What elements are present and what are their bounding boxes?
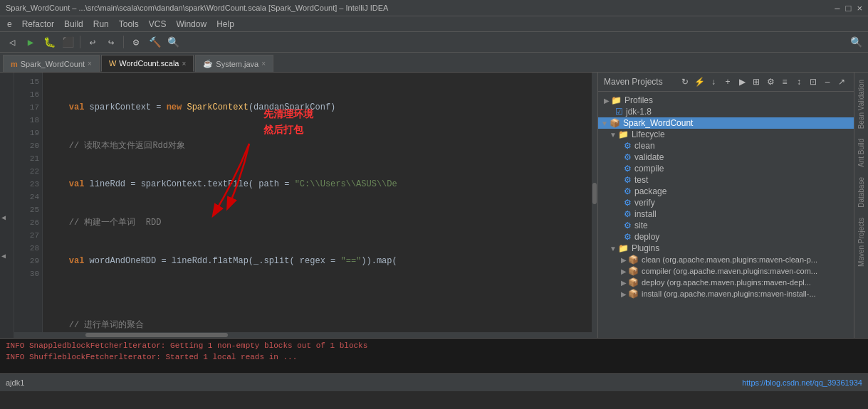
menu-build[interactable]: Build (60, 18, 88, 31)
maven-settings[interactable]: ⚙ (764, 75, 777, 88)
maven-sort[interactable]: ↕ (793, 75, 805, 88)
menu-refactor[interactable]: Refactor (18, 18, 58, 31)
minimize-btn[interactable]: – (835, 3, 840, 14)
toolbar-back[interactable]: ◁ (4, 34, 20, 50)
code-line-21: // 进行单词的聚合 (48, 319, 592, 331)
install-label: install (634, 209, 657, 219)
maven-collapse[interactable]: ⊡ (807, 75, 820, 88)
menu-tools[interactable]: Tools (115, 18, 143, 31)
maven-execute[interactable]: ▶ (736, 75, 748, 88)
tree-plugin-deploy[interactable]: ▶ 📦 deploy (org.apache.maven.plugins:mav… (598, 277, 854, 288)
tab-close-spark[interactable]: × (88, 60, 92, 68)
plugin-install-arrow: ▶ (621, 290, 627, 298)
tree-validate[interactable]: ⚙ validate (598, 152, 854, 163)
tree-site[interactable]: ⚙ site (598, 220, 854, 231)
tree-test[interactable]: ⚙ test (598, 174, 854, 186)
code-line-17: val lineRdd = sparkContext.textFile( pat… (48, 178, 592, 191)
tree-package[interactable]: ⚙ package (598, 186, 854, 197)
lifecycle-icon: 📁 (618, 129, 629, 139)
menu-help[interactable]: Help (212, 18, 239, 31)
plugin-install-icon: 📦 (628, 289, 639, 299)
plugin-clean-arrow: ▶ (621, 256, 627, 264)
right-tab-ant-build[interactable]: Ant Build (856, 134, 867, 171)
profiles-arrow: ▶ (604, 97, 610, 105)
tree-plugin-clean[interactable]: ▶ 📦 clean (org.apache.maven.plugins:mave… (598, 254, 854, 265)
tree-profiles[interactable]: ▶ 📁 Profiles (598, 95, 854, 106)
menu-window[interactable]: Window (172, 18, 211, 31)
separator-2 (123, 36, 124, 48)
vertical-scrollbar[interactable] (592, 73, 597, 338)
test-icon: ⚙ (624, 175, 632, 185)
terminal-line-2: INFO ShuffleblockFetcherlterator: Starte… (6, 351, 862, 363)
code-editor[interactable]: 15 16 17 18 19 20 21 22 23 24 25 26 27 2… (14, 73, 597, 338)
maven-panel: Maven Projects ↻ ⚡ ↓ + ▶ ⊞ ⚙ ≡ ↕ ⊡ – ↗ ▶ (597, 73, 854, 338)
plugins-arrow: ▼ (610, 245, 617, 253)
editor-tabs: m Spark_WordCount × W WordCount.scala × … (0, 53, 868, 73)
tab-system-java[interactable]: ☕ System.java × (195, 55, 273, 72)
maven-refresh[interactable]: ↻ (679, 75, 691, 88)
code-line-15: val sparkContext = new SparkContext(dand… (48, 101, 592, 114)
right-tab-bean-validation[interactable]: Bean Validation (856, 75, 867, 133)
maven-pin[interactable]: ↗ (835, 75, 848, 88)
horizontal-scrollbar[interactable] (14, 332, 592, 338)
right-tab-database[interactable]: Database (856, 173, 867, 212)
right-tab-maven-projects[interactable]: Maven Projects (856, 213, 867, 271)
install-icon: ⚙ (624, 209, 632, 219)
tab-wordcount-scala[interactable]: W WordCount.scala × (101, 55, 194, 72)
search-everywhere[interactable]: 🔍 (848, 34, 864, 50)
jdk-label: jdk-1.8 (626, 107, 652, 117)
tab-close-wordcount[interactable]: × (182, 60, 186, 68)
verify-label: verify (634, 198, 655, 208)
tree-lifecycle[interactable]: ▼ 📁 Lifecycle (598, 129, 854, 140)
close-btn[interactable]: × (857, 3, 862, 14)
profiles-label: Profiles (624, 95, 653, 105)
window-controls[interactable]: – □ × (835, 3, 862, 14)
toolbar-debug[interactable]: 🐛 (41, 34, 57, 50)
plugin-compiler-icon: 📦 (628, 266, 639, 276)
lifecycle-arrow: ▼ (610, 131, 617, 139)
package-label: package (634, 186, 666, 196)
maximize-btn[interactable]: □ (846, 3, 852, 14)
toolbar-run[interactable]: ▶ (23, 34, 38, 50)
maven-close[interactable]: – (821, 75, 834, 88)
tree-install[interactable]: ⚙ install (598, 208, 854, 220)
code-text[interactable]: val sparkContext = new SparkContext(dand… (43, 73, 597, 338)
terminal-area: INFO SnappledblockFetcherlterator: Getti… (0, 338, 868, 373)
tree-plugins[interactable]: ▼ 📁 Plugins (598, 243, 854, 254)
tree-clean[interactable]: ⚙ clean (598, 140, 854, 152)
tree-compile[interactable]: ⚙ compile (598, 163, 854, 174)
terminal-line-1: INFO SnappledblockFetcherlterator: Getti… (6, 340, 862, 351)
maven-header: Maven Projects ↻ ⚡ ↓ + ▶ ⊞ ⚙ ≡ ↕ ⊡ – ↗ (598, 73, 854, 92)
tree-plugin-install[interactable]: ▶ 📦 install (org.apache.maven.plugins:ma… (598, 288, 854, 299)
package-icon: ⚙ (624, 186, 632, 196)
tab-close-system[interactable]: × (261, 60, 266, 68)
toolbar-undo[interactable]: ↩ (85, 34, 100, 50)
tree-verify[interactable]: ⚙ verify (598, 197, 854, 208)
maven-add[interactable]: + (721, 75, 734, 88)
tree-project[interactable]: ▼ 📦 Spark_WordCount (598, 117, 854, 129)
project-arrow: ▼ (601, 119, 608, 127)
maven-download[interactable]: ↓ (707, 75, 720, 88)
toolbar-redo[interactable]: ↪ (103, 34, 119, 50)
h-scrollbar-thumb[interactable] (85, 333, 228, 337)
toolbar-settings[interactable]: ⚙ (128, 34, 144, 50)
tree-deploy[interactable]: ⚙ deploy (598, 231, 854, 243)
menu-vcs[interactable]: VCS (145, 18, 171, 31)
toolbar-stop[interactable]: ⬛ (60, 34, 75, 50)
tree-plugin-compiler[interactable]: ▶ 📦 compiler (org.apache.maven.plugins:m… (598, 265, 854, 277)
maven-group[interactable]: ≡ (778, 75, 791, 88)
site-icon: ⚙ (624, 221, 632, 230)
menu-file[interactable]: e (3, 18, 16, 31)
toolbar-search[interactable]: 🔍 (165, 34, 181, 50)
menu-run[interactable]: Run (89, 18, 113, 31)
right-panel-tabs: Bean Validation Ant Build Database Maven… (854, 73, 868, 338)
toolbar-build[interactable]: 🔨 (147, 34, 162, 50)
deploy-icon: ⚙ (624, 232, 632, 242)
tree-jdk[interactable]: ☑ jdk-1.8 (598, 106, 854, 117)
maven-toggle[interactable]: ⊞ (750, 75, 763, 88)
project-label: Spark_WordCount (623, 118, 694, 128)
scrollbar-thumb[interactable] (592, 183, 597, 204)
verify-icon: ⚙ (624, 198, 632, 208)
maven-run[interactable]: ⚡ (693, 75, 706, 88)
tab-spark-wordcount[interactable]: m Spark_WordCount × (3, 55, 100, 72)
